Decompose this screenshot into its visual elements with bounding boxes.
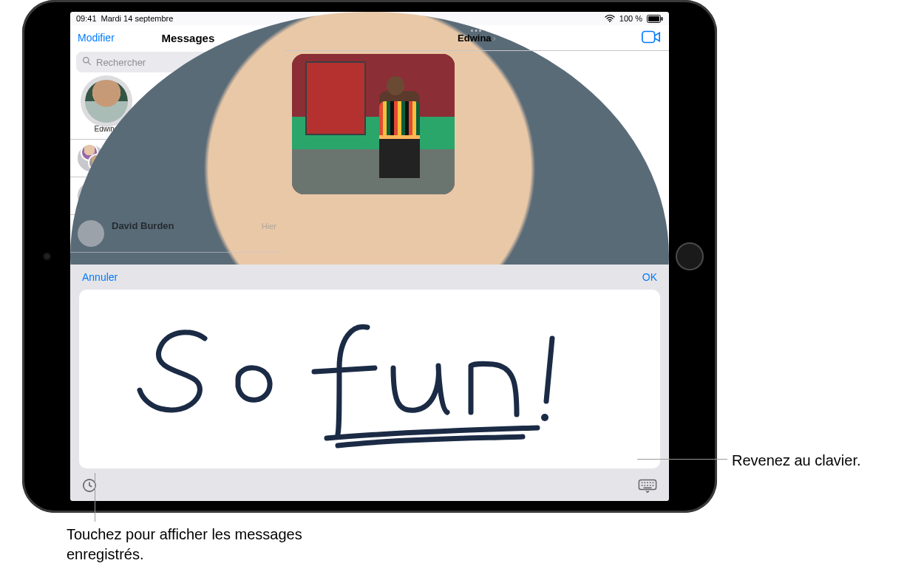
callout-history: Touchez pour afficher les messages enreg… [67,525,333,565]
ipad-frame: 09:41 Mardi 14 septembre 100 % [22,0,717,513]
svg-rect-2 [648,16,659,21]
svg-point-0 [609,21,611,22]
handwriting-so-fun [79,290,660,468]
handwriting-panel: Annuler OK [70,265,669,501]
sidebar-title: Messages [162,32,215,44]
conv-time: Hier [262,222,276,231]
front-camera [44,254,50,259]
callout-leader [95,473,95,522]
status-date: Mardi 14 septembre [101,14,174,23]
handwriting-canvas[interactable] [79,290,660,468]
edit-button[interactable]: Modifier [78,32,115,44]
chevron-right-icon: › [493,33,496,44]
battery-icon [647,15,663,23]
conversation-sidebar: Modifier Messages Rechercher [70,25,285,264]
battery-percent: 100 % [619,14,642,23]
svg-point-12 [541,414,548,421]
status-time: 09:41 [76,14,97,23]
search-icon [82,55,92,69]
svg-rect-3 [662,17,663,21]
svg-line-6 [88,62,90,64]
wifi-icon [605,15,615,22]
facetime-button[interactable] [641,29,662,48]
drag-handle-icon[interactable]: ••• [471,27,483,35]
ipad-screen: 09:41 Mardi 14 septembre 100 % [70,12,669,501]
callout-leader [637,459,727,460]
keyboard-button[interactable] [638,478,657,496]
conv-name: David Burden [112,220,174,231]
conversation-header: ••• Edwina › [285,25,669,51]
svg-rect-8 [642,32,655,43]
callout-keyboard: Revenez au clavier. [732,451,909,471]
conversation-item[interactable]: Lindsey Bukhari 09:22 Too funny 🙈 [70,177,284,215]
conversation-item[interactable]: David Burden Hier [70,215,284,253]
message-photo[interactable] [292,54,455,194]
conversation-list[interactable]: Greg et Kevin 09:40 How's the new coffee… [70,140,284,264]
home-button[interactable] [676,242,704,270]
ok-button[interactable]: OK [642,271,657,283]
cancel-button[interactable]: Annuler [82,271,118,283]
